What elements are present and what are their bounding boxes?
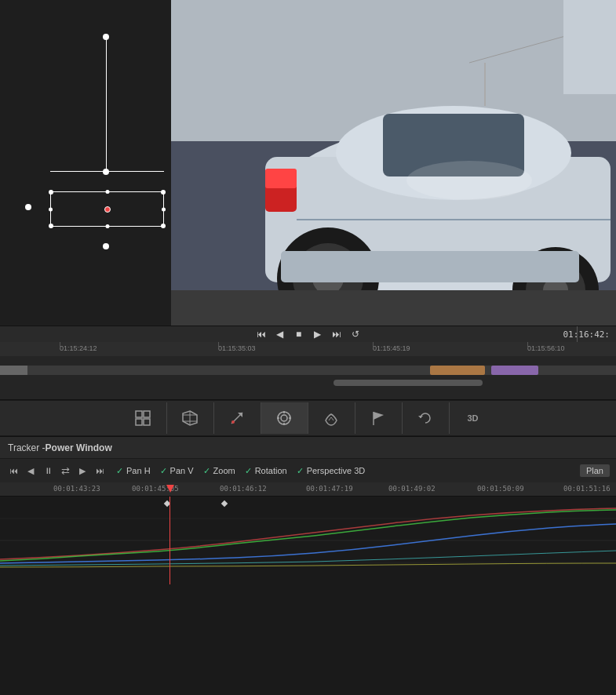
toolbar-grid-btn[interactable]	[167, 402, 214, 434]
toolbar-keyframe-btn[interactable]	[120, 402, 167, 434]
tracker-mid-right[interactable]	[162, 207, 166, 211]
tl-mark-7: 00:01:51:16	[563, 485, 611, 493]
toolbar-water-btn[interactable]	[308, 402, 355, 434]
tracker-corner-tr[interactable]	[161, 190, 166, 195]
svg-point-33	[281, 415, 287, 421]
mini-track-segment1	[430, 366, 485, 375]
tracker-mid-bottom[interactable]	[105, 224, 109, 228]
tracker-go-end-btn[interactable]: ⏭	[93, 463, 107, 478]
tracker-bounding-box[interactable]	[50, 191, 164, 227]
tl-mark-5: 00:01:49:02	[388, 485, 436, 493]
flag-icon	[370, 409, 387, 427]
transport-bar: ⏮ ◀ ■ ▶ ⏭ ↺ 01:16:42:	[0, 326, 616, 342]
tracker-transport-bar: ⏮ ◀ ⏸ ⇄ ▶ ⏭ ✓ Pan H ✓ Pan V ✓ Zoom ✓ Rot…	[0, 459, 616, 482]
tracker-play-btn[interactable]: ▶	[75, 463, 89, 478]
track-curves	[0, 497, 616, 584]
toolbar-arrow-btn[interactable]	[214, 402, 261, 434]
playhead-ruler-marker	[166, 485, 174, 493]
toolbar-target-btn[interactable]	[261, 402, 308, 434]
tracker-toolbar: 3D	[0, 400, 616, 436]
tracker-mid-left[interactable]	[49, 207, 53, 211]
perspective-3d-label: Perspective 3D	[307, 466, 366, 475]
tracker-corner-br[interactable]	[161, 224, 166, 228]
tl-mark-3: 00:01:46:12	[220, 485, 267, 493]
transport-controls: ⏮ ◀ ■ ▶ ⏭ ↺	[254, 327, 363, 341]
zoom-check[interactable]: ✓	[203, 466, 210, 476]
perspective-3d-group: ✓ Perspective 3D	[297, 466, 366, 476]
tracker-corner-bl[interactable]	[49, 224, 53, 228]
perspective-3d-check[interactable]: ✓	[297, 466, 304, 476]
zoom-group: ✓ Zoom	[203, 466, 235, 476]
3d-label: 3D	[467, 413, 478, 423]
arrow-icon	[228, 409, 246, 427]
tracker-vertical-line	[106, 37, 107, 172]
pan-v-check[interactable]: ✓	[160, 466, 167, 476]
tracker-swap-btn[interactable]: ⇄	[58, 463, 72, 478]
svg-point-31	[231, 420, 235, 424]
pan-h-check[interactable]: ✓	[116, 466, 123, 476]
tracker-overlay-panel	[0, 0, 171, 326]
timecode-display: 01:16:42:	[563, 329, 610, 340]
ruler-mark-2: 01:15:35:03	[218, 344, 256, 352]
svg-rect-14	[171, 290, 616, 326]
target-icon	[275, 409, 293, 427]
power-window-label: Power Window	[46, 442, 112, 453]
timeline-area: 00:01:43:23 00:01:45:05 00:01:46:12 00:0…	[0, 482, 616, 584]
tracker-corner-tl[interactable]	[49, 190, 53, 195]
tracker-handle-bottom[interactable]	[103, 243, 109, 249]
tracker-handle-top[interactable]	[103, 34, 109, 40]
tracker-handle-left[interactable]	[25, 204, 31, 210]
mini-track-filled	[0, 366, 27, 375]
scroll-thumb[interactable]	[334, 380, 483, 386]
playhead-line	[169, 497, 170, 584]
pan-v-label: Pan V	[170, 466, 194, 475]
ruler-mark-4: 01:15:56:10	[527, 344, 565, 352]
rotate-icon	[417, 409, 434, 427]
play-button[interactable]: ▶	[311, 327, 325, 341]
go-to-end-button[interactable]: ⏭	[330, 327, 344, 341]
tl-mark-6: 00:01:50:09	[477, 485, 524, 493]
tracker-timeline-ruler[interactable]: 00:01:43:23 00:01:45:05 00:01:46:12 00:0…	[0, 482, 616, 497]
video-preview	[171, 0, 616, 326]
tracker-center[interactable]	[104, 206, 111, 213]
svg-rect-15	[281, 251, 579, 282]
svg-marker-39	[374, 412, 384, 420]
svg-rect-7	[265, 169, 297, 188]
tl-mark-4: 00:01:47:19	[306, 485, 353, 493]
svg-marker-40	[418, 416, 423, 418]
tracker-label: Tracker -	[8, 442, 46, 453]
zoom-label: Zoom	[213, 466, 235, 475]
svg-rect-24	[144, 419, 150, 425]
pan-h-label: Pan H	[126, 466, 151, 475]
video-frame	[171, 0, 616, 326]
tracker-pause-btn[interactable]: ⏸	[41, 463, 55, 478]
step-back-button[interactable]: ◀	[273, 327, 287, 341]
svg-rect-23	[136, 419, 142, 425]
toolbar-flag-btn[interactable]	[355, 402, 403, 434]
main-timeline-ruler[interactable]: 01:15:24:12 01:15:35:03 01:15:45:19 01:1…	[0, 342, 616, 356]
tracker-mid-top[interactable]	[105, 190, 109, 194]
minimap-area	[0, 356, 616, 399]
svg-rect-22	[144, 411, 150, 417]
tracker-step-back-btn[interactable]: ◀	[24, 463, 38, 478]
grid-icon	[181, 409, 199, 427]
toolbar-3d-btn[interactable]: 3D	[450, 402, 497, 434]
tl-mark-1: 00:01:43:23	[53, 485, 100, 493]
plan-button[interactable]: Plan	[580, 464, 610, 477]
svg-point-32	[278, 412, 290, 424]
car-svg	[171, 0, 616, 326]
go-to-start-button[interactable]: ⏮	[254, 327, 268, 341]
svg-rect-19	[563, 0, 616, 94]
loop-button[interactable]: ↺	[348, 327, 363, 341]
timeline-tracks[interactable]	[0, 497, 616, 584]
tracker-go-start-btn[interactable]: ⏮	[6, 463, 20, 478]
pan-v-group: ✓ Pan V	[160, 466, 194, 476]
ruler-mark-1: 01:15:24:12	[60, 344, 97, 352]
stop-button[interactable]: ■	[292, 327, 306, 341]
rotation-check[interactable]: ✓	[245, 466, 252, 476]
rotation-group: ✓ Rotation	[245, 466, 287, 476]
toolbar-rotate-btn[interactable]	[403, 402, 450, 434]
tracker-handle-middle[interactable]	[103, 169, 109, 175]
water-icon	[323, 409, 340, 427]
ruler-mark-3: 01:15:45:19	[373, 344, 410, 352]
